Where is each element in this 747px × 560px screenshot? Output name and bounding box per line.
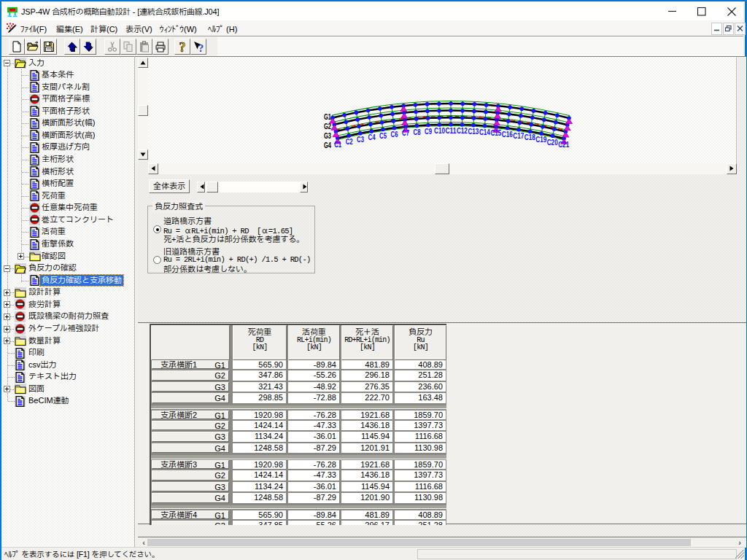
svg-text:C14: C14 [479,128,491,136]
svg-text:?: ? [198,42,204,52]
svg-text:C18: C18 [525,133,535,141]
svg-text:G1: G1 [324,112,331,121]
svg-text:C16: C16 [502,130,513,139]
svg-text:C4: C4 [368,133,376,141]
svg-text:C20: C20 [547,138,558,147]
svg-text:C19: C19 [535,135,546,144]
svg-text:C3: C3 [357,135,364,144]
svg-text:C15: C15 [490,128,501,137]
svg-text:C10: C10 [434,126,445,135]
svg-text:C8: C8 [414,128,421,136]
svg-text:C7: C7 [402,128,409,137]
svg-text:C1: C1 [334,140,341,149]
svg-text:G2: G2 [324,122,331,131]
svg-text:C9: C9 [425,127,432,136]
svg-text:G4: G4 [324,141,331,149]
svg-text:C6: C6 [391,130,398,139]
svg-text:C5: C5 [379,131,387,140]
svg-text:?: ? [179,41,186,52]
svg-text:G3: G3 [324,131,331,140]
svg-text:C17: C17 [513,131,524,140]
svg-text:C12: C12 [457,126,468,135]
svg-text:C2: C2 [346,137,353,146]
svg-text:C13: C13 [468,127,479,136]
svg-text:C11: C11 [446,126,457,135]
svg-text:C21: C21 [558,140,569,149]
